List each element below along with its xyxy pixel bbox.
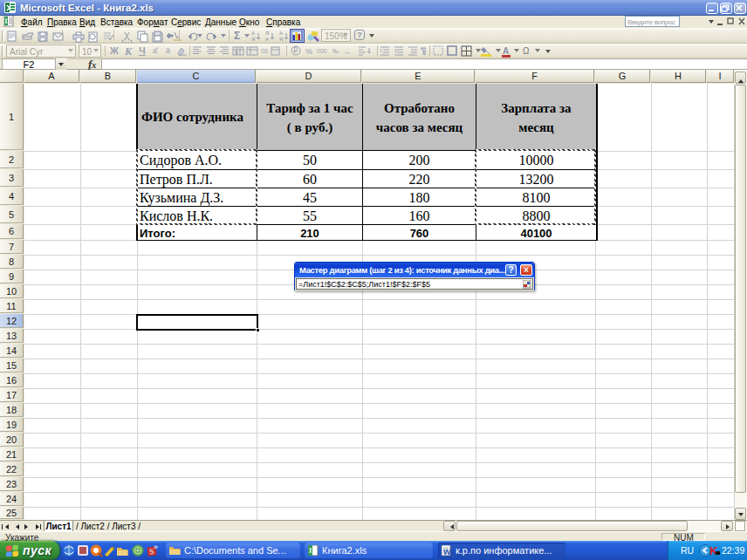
svg-text:А: А: [503, 46, 509, 56]
svg-text:%: %: [305, 47, 312, 56]
svg-text:Ω: Ω: [523, 46, 530, 56]
svg-text:00: 00: [261, 48, 268, 54]
svg-text:А: А: [265, 37, 269, 42]
svg-text:Я: Я: [279, 37, 283, 42]
svg-text:₽: ₽: [293, 47, 298, 55]
svg-text:Я: Я: [265, 31, 269, 36]
svg-text:А: А: [251, 31, 255, 36]
svg-text:а: а: [235, 49, 238, 55]
svg-text:Я: Я: [251, 37, 255, 42]
svg-text:‰: ‰: [332, 48, 339, 54]
svg-text:₀₀: ₀₀: [345, 48, 350, 54]
svg-text:000: 000: [317, 48, 327, 54]
svg-text:W: W: [443, 548, 451, 556]
svg-text:А: А: [279, 31, 283, 36]
